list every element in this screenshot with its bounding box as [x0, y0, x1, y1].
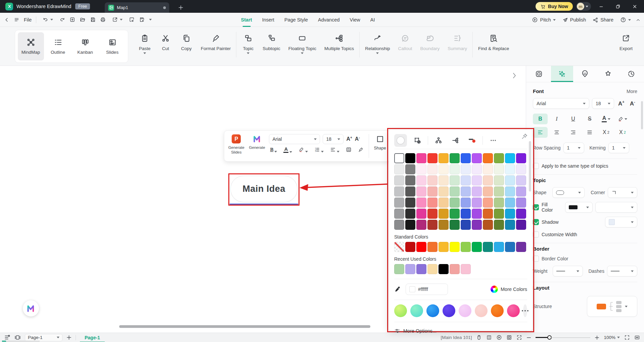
- no-fill-swatch[interactable]: [394, 242, 404, 252]
- recent-swatch[interactable]: [394, 264, 404, 274]
- palette-swatch[interactable]: [483, 220, 493, 230]
- palette-swatch[interactable]: [439, 220, 449, 230]
- palette-swatch[interactable]: [516, 175, 526, 185]
- view-mode-mindmap[interactable]: MindMap: [18, 32, 44, 60]
- palette-swatch[interactable]: [439, 153, 449, 163]
- palette-swatch[interactable]: [394, 220, 404, 230]
- palette-swatch[interactable]: [505, 220, 515, 230]
- palette-swatch[interactable]: [405, 220, 415, 230]
- palette-swatch[interactable]: [494, 175, 504, 185]
- palette-swatch[interactable]: [472, 164, 482, 174]
- ai-assistant-bubble[interactable]: [23, 300, 39, 316]
- export-share-button[interactable]: [110, 17, 125, 23]
- standard-swatch[interactable]: [416, 242, 426, 252]
- font-family-select[interactable]: Arial: [269, 134, 320, 144]
- palette-swatch[interactable]: [450, 198, 460, 208]
- panel-collapse-chevron[interactable]: [512, 72, 517, 79]
- palette-swatch[interactable]: [416, 220, 426, 230]
- style-brush-button[interactable]: [357, 147, 365, 153]
- copy-button[interactable]: Copy: [176, 30, 197, 51]
- panel-font-color-button[interactable]: A: [599, 114, 613, 124]
- tab-ai[interactable]: AI: [370, 13, 375, 27]
- zoom-in-button[interactable]: [595, 335, 599, 340]
- palette-swatch[interactable]: [516, 209, 526, 219]
- topic-shape-select[interactable]: [552, 187, 585, 198]
- share-button[interactable]: Share: [591, 17, 615, 23]
- panel-strikethrough-button[interactable]: S: [582, 114, 597, 124]
- redo-button[interactable]: [59, 17, 65, 23]
- panel-highlight-button[interactable]: [615, 114, 630, 124]
- palette-swatch[interactable]: [416, 164, 426, 174]
- open-folder-button[interactable]: [80, 17, 86, 23]
- palette-swatch[interactable]: [494, 209, 504, 219]
- font-size-select[interactable]: 18: [323, 134, 343, 144]
- palette-swatch[interactable]: [416, 186, 426, 197]
- palette-swatch[interactable]: [394, 198, 404, 208]
- export-button[interactable]: Export: [615, 30, 637, 51]
- palette-swatch[interactable]: [472, 198, 482, 208]
- decrease-font-button[interactable]: A-: [355, 136, 360, 142]
- back-button[interactable]: [4, 17, 9, 23]
- palette-swatch[interactable]: [439, 209, 449, 219]
- panel-increase-font-button[interactable]: A+: [617, 100, 626, 107]
- palette-swatch[interactable]: [427, 186, 438, 197]
- new-file-button[interactable]: [70, 17, 75, 23]
- standard-swatch[interactable]: [439, 242, 449, 252]
- palette-swatch[interactable]: [516, 186, 526, 197]
- standard-swatch[interactable]: [483, 242, 493, 252]
- palette-swatch[interactable]: [483, 186, 493, 197]
- palette-swatch[interactable]: [439, 175, 449, 185]
- recent-swatch[interactable]: [416, 264, 426, 274]
- minimize-button[interactable]: [594, 0, 608, 13]
- align-left-button[interactable]: [533, 127, 548, 138]
- palette-swatch[interactable]: [483, 153, 493, 163]
- palette-swatch[interactable]: [416, 175, 426, 185]
- save-button[interactable]: [90, 17, 96, 23]
- palette-swatch[interactable]: [439, 186, 449, 197]
- close-button[interactable]: [628, 0, 641, 13]
- palette-swatch[interactable]: [416, 209, 426, 219]
- more-gradients-button[interactable]: [523, 304, 527, 317]
- standard-swatch[interactable]: [472, 242, 482, 252]
- palette-swatch[interactable]: [461, 198, 471, 208]
- gradient-preset-swatch[interactable]: [475, 304, 488, 317]
- palette-swatch[interactable]: [483, 198, 493, 208]
- subtopic-button[interactable]: Subtopic: [259, 30, 284, 51]
- view-mode-outline[interactable]: Outline: [45, 32, 71, 60]
- generate-slides-button[interactable]: P Generate Slides: [228, 133, 245, 159]
- fit-width-icon[interactable]: [634, 335, 640, 340]
- collapse-ribbon-button[interactable]: [636, 17, 641, 23]
- palette-swatch[interactable]: [461, 186, 471, 197]
- print-button[interactable]: [100, 17, 106, 23]
- panel-font-family-select[interactable]: Arial: [533, 98, 589, 109]
- page-select[interactable]: Page-1: [25, 334, 62, 341]
- import-button[interactable]: [129, 17, 135, 23]
- palette-swatch[interactable]: [394, 186, 404, 197]
- shape-border-style-button[interactable]: [411, 134, 424, 147]
- palette-swatch[interactable]: [427, 153, 438, 163]
- fill-style-button[interactable]: [394, 134, 407, 147]
- align-button[interactable]: [329, 147, 340, 153]
- format-painter-button[interactable]: Format Painter: [197, 30, 235, 51]
- tab-page-style[interactable]: Page Style: [284, 13, 308, 27]
- gradient-preset-swatch[interactable]: [426, 304, 439, 317]
- align-justify-button[interactable]: [582, 127, 597, 138]
- recent-swatch[interactable]: [450, 264, 460, 274]
- multi-page-icon[interactable]: [486, 335, 492, 340]
- palette-swatch[interactable]: [394, 153, 404, 163]
- palette-swatch[interactable]: [472, 186, 482, 197]
- zoom-value[interactable]: 100%: [604, 335, 620, 340]
- outline-panel-icon[interactable]: [4, 334, 10, 341]
- floating-topic-button[interactable]: Floating Topic: [284, 30, 320, 54]
- gradient-preset-swatch[interactable]: [459, 304, 471, 317]
- palette-swatch[interactable]: [472, 209, 482, 219]
- palette-swatch[interactable]: [516, 198, 526, 208]
- cut-button[interactable]: Cut: [155, 30, 176, 51]
- palette-swatch[interactable]: [483, 209, 493, 219]
- border-weight-select[interactable]: [553, 266, 583, 276]
- border-dashes-select[interactable]: [607, 266, 637, 276]
- standard-swatch[interactable]: [427, 242, 438, 252]
- palette-swatch[interactable]: [405, 198, 415, 208]
- popup-scrollbar[interactable]: [529, 141, 531, 191]
- palette-swatch[interactable]: [483, 164, 493, 174]
